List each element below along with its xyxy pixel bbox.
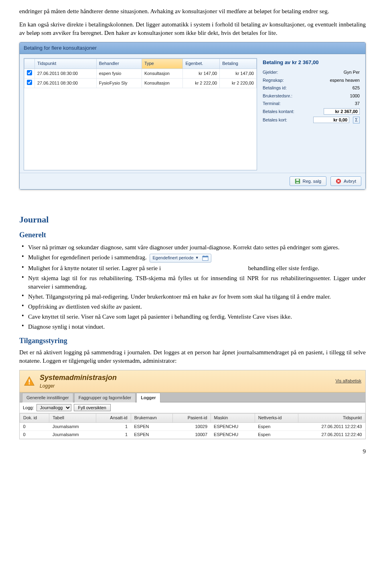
log-row[interactable]: 0 Journalsamm 1 ESPEN 10029 ESPENCHU Esp… — [20, 422, 365, 430]
tilgang-heading: Tilgangsstyring — [19, 336, 366, 346]
sysadm-subtitle: Logger — [40, 383, 117, 390]
tab-generelle[interactable]: Generelle innstillinger — [22, 393, 73, 402]
cell-egen: kr 2 222,00 — [183, 78, 220, 88]
list-item: Nyhet. Tilgangsstyring på mal-redigering… — [28, 292, 366, 302]
intro-para-2: En kan også skrive direkte i betalingsko… — [19, 20, 366, 37]
kort-input[interactable] — [313, 117, 349, 123]
logg-select[interactable]: Journallogg — [36, 404, 71, 411]
reg-salg-button[interactable]: Reg. salg — [290, 176, 326, 186]
journal-bullets: Viser nå primær og sekundær diagnose, sa… — [19, 242, 366, 332]
svg-rect-5 — [203, 256, 208, 257]
payment-dialog: Betaling for flere konsultasjoner Tidspu… — [19, 42, 366, 190]
egendefinert-label: Egendefinert periode — [152, 255, 193, 261]
kontant-input[interactable] — [324, 108, 360, 115]
col-behandler[interactable]: Behandler — [96, 59, 142, 69]
calendar-icon[interactable] — [202, 255, 209, 261]
log-toolbar: Logg: Journallogg Fyll oversikten — [20, 402, 365, 413]
bruker-value: 1000 — [350, 93, 360, 99]
journal-heading: Journal — [19, 214, 366, 226]
sigma-button[interactable]: Σ — [353, 117, 360, 123]
col-dok[interactable]: Dok. id — [20, 414, 49, 422]
summary-title: Betaling av kr 2 367,00 — [263, 59, 360, 66]
cell-tids: 27.06.2011 08:30:00 — [35, 78, 97, 88]
page-number: 9 — [19, 447, 366, 456]
avbryt-button[interactable]: Avbryt — [330, 176, 361, 186]
col-betaling[interactable]: Betaling — [220, 59, 257, 69]
cell-beh: FysioFysio Sly — [96, 78, 142, 88]
row-checkbox[interactable] — [27, 70, 32, 75]
avbryt-label: Avbryt — [344, 179, 356, 184]
payment-summary-pane: Betaling av kr 2 367,00 Gjelder:Gyn Per … — [261, 58, 361, 170]
sysadm-header: Systemadministrasjon Logger Vis alfabeti… — [20, 370, 365, 392]
generelt-heading: Generelt — [19, 230, 366, 240]
kontant-label: Betales kontant: — [263, 109, 294, 115]
svg-rect-2 — [296, 182, 299, 184]
col-type[interactable]: Type — [142, 59, 183, 69]
list-item: Mulighet for egendefinert periode i samm… — [28, 253, 366, 263]
terminal-value: 37 — [355, 101, 360, 107]
logg-label: Logg: — [23, 405, 34, 411]
intro-para-1: endringer på måten dette håndterer denne… — [19, 7, 366, 16]
chevron-down-icon: ▼ — [195, 255, 199, 261]
betid-value: 625 — [353, 85, 360, 91]
col-pasient[interactable]: Pasient-id — [173, 414, 211, 422]
row-checkbox[interactable] — [27, 80, 32, 85]
consultations-table: Tidspunkt Behandler Type Egenbet. Betali… — [24, 59, 257, 88]
terminal-label: Terminal: — [263, 101, 281, 107]
col-ansatt[interactable]: Ansatt-id — [96, 414, 131, 422]
tilgang-para: Det er nå aktivert logging på sammendrag… — [19, 348, 366, 365]
log-row[interactable]: 0 Journalsamm 1 ESPEN 10007 ESPENCHU Esp… — [20, 431, 365, 439]
cell-egen: kr 147,00 — [183, 69, 220, 78]
intro-text-2: En kan også skrive direkte i betalingsko… — [19, 21, 134, 28]
cell-type: Konsultasjon — [142, 69, 183, 78]
sysadm-window: Systemadministrasjon Logger Vis alfabeti… — [19, 370, 366, 440]
sysadm-title: Systemadministrasjon — [40, 373, 117, 383]
vis-alfabetisk-link[interactable]: Vis alfabetisk — [335, 378, 361, 384]
list-item: Diagnose synlig i notat vinduet. — [28, 322, 366, 332]
col-nettverk[interactable]: Nettverks-id — [255, 414, 298, 422]
fyll-button[interactable]: Fyll oversikten — [74, 404, 111, 411]
betid-label: Betalings id: — [263, 85, 287, 91]
log-table: Dok. id Tabell Ansatt-id Brukernavn Pasi… — [20, 413, 365, 439]
consultations-table-pane: Tidspunkt Behandler Type Egenbet. Betali… — [24, 58, 257, 170]
cell-bet: kr 2 220,00 — [220, 78, 257, 88]
tab-faggrupper[interactable]: Faggrupper og fagområder — [74, 393, 136, 402]
egendefinert-dropdown[interactable]: Egendefinert periode ▼ — [150, 254, 211, 263]
cell-bet: kr 147,00 — [220, 69, 257, 78]
table-row[interactable]: 27.06.2011 08:30:00 espen fysio Konsulta… — [24, 69, 257, 78]
tab-logger[interactable]: Logger — [136, 393, 160, 402]
col-maskin[interactable]: Maskin — [211, 414, 255, 422]
list-item: Oppfrisking av diettlisten ved skifte av… — [28, 302, 366, 312]
col-egenbet[interactable]: Egenbet. — [183, 59, 220, 69]
svg-rect-9 — [29, 380, 30, 383]
cell-beh: espen fysio — [96, 69, 142, 78]
dialog-footer: Reg. salg Avbryt — [20, 173, 365, 189]
list-item: Nytt skjema lagt til for rus rehabiliter… — [28, 273, 366, 292]
dialog-title: Betaling for flere konsultasjoner — [20, 42, 365, 54]
cell-type: Konsultasjon — [142, 78, 183, 88]
col-tidspunkt[interactable]: Tidspunkt — [35, 59, 97, 69]
svg-rect-1 — [296, 179, 299, 181]
gjelder-value: Gyn Per — [344, 69, 360, 75]
warning-icon — [24, 376, 35, 387]
cancel-icon — [336, 178, 341, 184]
regnskap-value: espens heaven — [330, 77, 360, 83]
regnskap-label: Regnskap: — [263, 77, 284, 83]
cell-tids: 27.06.2011 08:30:00 — [35, 69, 97, 78]
bruker-label: Brukerstedsnr.: — [263, 93, 292, 99]
list-item: Mulighet for å knytte notater til serier… — [28, 263, 366, 273]
table-row[interactable]: 27.06.2011 08:30:00 FysioFysio Sly Konsu… — [24, 78, 257, 88]
reg-salg-label: Reg. salg — [303, 179, 321, 184]
kort-label: Betales kort: — [263, 117, 287, 123]
save-icon — [295, 178, 300, 184]
col-tidspunkt[interactable]: Tidspunkt — [298, 414, 365, 422]
list-item: Viser nå primær og sekundær diagnose, sa… — [28, 242, 366, 253]
intro-text-1: endringer på måten dette håndterer denne… — [19, 8, 329, 14]
gjelder-label: Gjelder: — [263, 69, 278, 75]
list-item: Cave knyttet til serie. Viser nå Cave so… — [28, 312, 366, 322]
col-bruker[interactable]: Brukernavn — [131, 414, 173, 422]
svg-rect-10 — [29, 383, 30, 384]
col-tabell[interactable]: Tabell — [49, 414, 96, 422]
sysadm-tabs: Generelle innstillinger Faggrupper og fa… — [20, 392, 365, 402]
